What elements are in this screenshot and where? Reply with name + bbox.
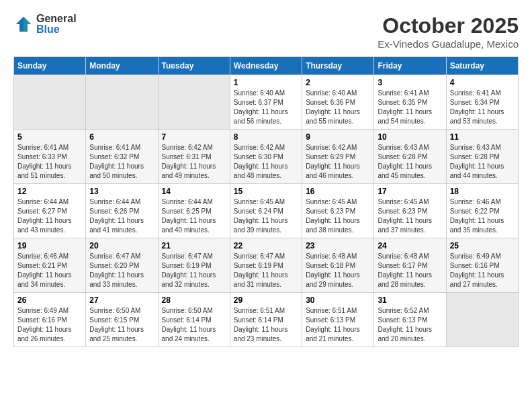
calendar-week-row: 5Sunrise: 6:41 AM Sunset: 6:33 PM Daylig…	[14, 130, 519, 184]
calendar-cell: 20Sunrise: 6:47 AM Sunset: 6:20 PM Dayli…	[86, 238, 158, 293]
month-title: October 2025	[378, 13, 519, 38]
day-number: 17	[378, 187, 442, 196]
weekday-header-saturday: Saturday	[446, 57, 518, 75]
day-info: Sunrise: 6:46 AM Sunset: 6:21 PM Dayligh…	[17, 252, 82, 289]
calendar-week-row: 1Sunrise: 6:40 AM Sunset: 6:37 PM Daylig…	[14, 75, 519, 130]
day-info: Sunrise: 6:50 AM Sunset: 6:14 PM Dayligh…	[162, 306, 226, 344]
day-info: Sunrise: 6:45 AM Sunset: 6:23 PM Dayligh…	[378, 197, 442, 235]
location-subtitle: Ex-Vinedos Guadalupe, Mexico	[378, 38, 519, 50]
day-info: Sunrise: 6:46 AM Sunset: 6:22 PM Dayligh…	[450, 197, 515, 235]
day-info: Sunrise: 6:47 AM Sunset: 6:19 PM Dayligh…	[162, 252, 226, 289]
calendar-cell: 19Sunrise: 6:46 AM Sunset: 6:21 PM Dayli…	[14, 238, 86, 293]
day-info: Sunrise: 6:50 AM Sunset: 6:15 PM Dayligh…	[89, 306, 154, 344]
day-number: 15	[234, 187, 298, 196]
day-number: 2	[306, 78, 370, 87]
calendar-cell: 27Sunrise: 6:50 AM Sunset: 6:15 PM Dayli…	[86, 293, 158, 347]
weekday-header-tuesday: Tuesday	[158, 57, 230, 75]
day-info: Sunrise: 6:42 AM Sunset: 6:29 PM Dayligh…	[306, 143, 370, 181]
calendar-cell: 21Sunrise: 6:47 AM Sunset: 6:19 PM Dayli…	[158, 238, 230, 293]
day-info: Sunrise: 6:51 AM Sunset: 6:14 PM Dayligh…	[234, 306, 298, 344]
day-number: 31	[378, 295, 442, 305]
logo: General Blue	[13, 13, 77, 35]
title-block: October 2025 Ex-Vinedos Guadalupe, Mexic…	[378, 13, 519, 50]
day-info: Sunrise: 6:43 AM Sunset: 6:28 PM Dayligh…	[378, 143, 442, 181]
day-number: 13	[89, 187, 154, 196]
calendar-cell: 12Sunrise: 6:44 AM Sunset: 6:27 PM Dayli…	[14, 184, 86, 238]
calendar-cell	[158, 75, 230, 130]
calendar-cell: 13Sunrise: 6:44 AM Sunset: 6:26 PM Dayli…	[86, 184, 158, 238]
weekday-header-row: SundayMondayTuesdayWednesdayThursdayFrid…	[14, 57, 519, 75]
calendar-cell: 30Sunrise: 6:51 AM Sunset: 6:13 PM Dayli…	[302, 293, 374, 347]
day-number: 16	[306, 187, 370, 196]
weekday-header-sunday: Sunday	[14, 57, 86, 75]
calendar-table: SundayMondayTuesdayWednesdayThursdayFrid…	[13, 56, 519, 347]
day-info: Sunrise: 6:44 AM Sunset: 6:26 PM Dayligh…	[89, 197, 154, 235]
day-info: Sunrise: 6:49 AM Sunset: 6:16 PM Dayligh…	[450, 252, 515, 289]
day-number: 24	[378, 241, 442, 250]
logo-blue-text: Blue	[36, 24, 77, 35]
calendar-cell	[86, 75, 158, 130]
calendar-cell: 11Sunrise: 6:43 AM Sunset: 6:28 PM Dayli…	[446, 130, 518, 184]
day-info: Sunrise: 6:40 AM Sunset: 6:37 PM Dayligh…	[234, 89, 298, 126]
calendar-cell: 23Sunrise: 6:48 AM Sunset: 6:18 PM Dayli…	[302, 238, 374, 293]
day-info: Sunrise: 6:48 AM Sunset: 6:17 PM Dayligh…	[378, 252, 442, 289]
day-number: 29	[234, 295, 298, 305]
calendar-cell: 14Sunrise: 6:44 AM Sunset: 6:25 PM Dayli…	[158, 184, 230, 238]
calendar-week-row: 12Sunrise: 6:44 AM Sunset: 6:27 PM Dayli…	[14, 184, 519, 238]
page-header: General Blue October 2025 Ex-Vinedos Gua…	[13, 13, 519, 50]
day-number: 19	[17, 241, 82, 250]
calendar-cell	[14, 75, 86, 130]
day-number: 25	[450, 241, 515, 250]
day-info: Sunrise: 6:47 AM Sunset: 6:19 PM Dayligh…	[234, 252, 298, 289]
logo-text: General Blue	[36, 13, 77, 35]
day-info: Sunrise: 6:51 AM Sunset: 6:13 PM Dayligh…	[306, 306, 370, 344]
day-info: Sunrise: 6:47 AM Sunset: 6:20 PM Dayligh…	[89, 252, 154, 289]
logo-icon	[13, 14, 34, 34]
day-number: 3	[378, 78, 442, 87]
day-info: Sunrise: 6:42 AM Sunset: 6:31 PM Dayligh…	[162, 143, 226, 181]
day-number: 20	[89, 241, 154, 250]
day-number: 7	[162, 132, 226, 142]
calendar-cell: 29Sunrise: 6:51 AM Sunset: 6:14 PM Dayli…	[230, 293, 302, 347]
day-number: 23	[306, 241, 370, 250]
calendar-cell: 8Sunrise: 6:42 AM Sunset: 6:30 PM Daylig…	[230, 130, 302, 184]
calendar-cell: 31Sunrise: 6:52 AM Sunset: 6:13 PM Dayli…	[374, 293, 446, 347]
calendar-cell: 26Sunrise: 6:49 AM Sunset: 6:16 PM Dayli…	[14, 293, 86, 347]
calendar-cell: 6Sunrise: 6:41 AM Sunset: 6:32 PM Daylig…	[86, 130, 158, 184]
calendar-cell: 22Sunrise: 6:47 AM Sunset: 6:19 PM Dayli…	[230, 238, 302, 293]
day-info: Sunrise: 6:41 AM Sunset: 6:35 PM Dayligh…	[378, 89, 442, 126]
weekday-header-wednesday: Wednesday	[230, 57, 302, 75]
weekday-header-thursday: Thursday	[302, 57, 374, 75]
svg-marker-1	[24, 17, 31, 32]
calendar-cell: 16Sunrise: 6:45 AM Sunset: 6:23 PM Dayli…	[302, 184, 374, 238]
day-info: Sunrise: 6:49 AM Sunset: 6:16 PM Dayligh…	[17, 306, 82, 344]
day-number: 26	[17, 295, 82, 305]
calendar-cell: 10Sunrise: 6:43 AM Sunset: 6:28 PM Dayli…	[374, 130, 446, 184]
calendar-week-row: 19Sunrise: 6:46 AM Sunset: 6:21 PM Dayli…	[14, 238, 519, 293]
day-number: 28	[162, 295, 226, 305]
day-number: 30	[306, 295, 370, 305]
day-info: Sunrise: 6:41 AM Sunset: 6:34 PM Dayligh…	[450, 89, 515, 126]
day-number: 21	[162, 241, 226, 250]
calendar-cell: 24Sunrise: 6:48 AM Sunset: 6:17 PM Dayli…	[374, 238, 446, 293]
day-number: 11	[450, 132, 515, 142]
calendar-cell: 18Sunrise: 6:46 AM Sunset: 6:22 PM Dayli…	[446, 184, 518, 238]
day-info: Sunrise: 6:44 AM Sunset: 6:25 PM Dayligh…	[162, 197, 226, 235]
day-info: Sunrise: 6:41 AM Sunset: 6:33 PM Dayligh…	[17, 143, 82, 181]
day-number: 14	[162, 187, 226, 196]
day-number: 5	[17, 132, 82, 142]
calendar-cell: 3Sunrise: 6:41 AM Sunset: 6:35 PM Daylig…	[374, 75, 446, 130]
weekday-header-monday: Monday	[86, 57, 158, 75]
calendar-cell	[446, 293, 518, 347]
day-number: 9	[306, 132, 370, 142]
calendar-cell: 4Sunrise: 6:41 AM Sunset: 6:34 PM Daylig…	[446, 75, 518, 130]
day-number: 6	[89, 132, 154, 142]
day-number: 8	[234, 132, 298, 142]
day-info: Sunrise: 6:43 AM Sunset: 6:28 PM Dayligh…	[450, 143, 515, 181]
day-info: Sunrise: 6:44 AM Sunset: 6:27 PM Dayligh…	[17, 197, 82, 235]
calendar-cell: 17Sunrise: 6:45 AM Sunset: 6:23 PM Dayli…	[374, 184, 446, 238]
calendar-week-row: 26Sunrise: 6:49 AM Sunset: 6:16 PM Dayli…	[14, 293, 519, 347]
day-info: Sunrise: 6:42 AM Sunset: 6:30 PM Dayligh…	[234, 143, 298, 181]
calendar-cell: 28Sunrise: 6:50 AM Sunset: 6:14 PM Dayli…	[158, 293, 230, 347]
day-info: Sunrise: 6:52 AM Sunset: 6:13 PM Dayligh…	[378, 306, 442, 344]
